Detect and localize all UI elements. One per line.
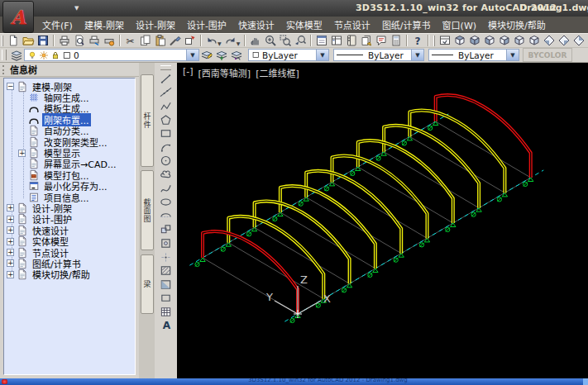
tree-toggle-plus-icon[interactable]: +	[7, 204, 14, 212]
properties-button[interactable]	[314, 34, 329, 47]
viewport-controls-label[interactable]: [-]	[183, 66, 194, 79]
tree-toggle-plus-icon[interactable]: +	[7, 249, 14, 256]
view-right-button[interactable]	[497, 34, 512, 47]
hatch-button[interactable]	[158, 264, 174, 278]
menu-item-9[interactable]: 模块切换/帮助	[482, 16, 552, 34]
insert-block-button[interactable]	[158, 223, 174, 237]
quickcalc-button[interactable]	[389, 34, 404, 47]
menu-item-5[interactable]: 实体模型	[280, 16, 328, 34]
info-tree-title-bar[interactable]: 信息树	[0, 63, 139, 77]
pline-button[interactable]	[158, 99, 174, 113]
table-button[interactable]	[158, 305, 174, 319]
tree-item-14[interactable]: +实体模型	[7, 235, 135, 246]
taskbar-start-icon[interactable]	[2, 379, 7, 384]
designcenter-button[interactable]	[329, 34, 344, 47]
layer-combo[interactable]: 0▼	[24, 49, 199, 61]
plot-button[interactable]	[87, 34, 102, 47]
polygon-button[interactable]	[158, 113, 174, 127]
tree-toggle-plus-icon[interactable]: +	[7, 238, 14, 245]
spline-button[interactable]	[158, 182, 174, 196]
tree-toggle-plus-icon[interactable]: +	[7, 271, 14, 278]
print-preview-button[interactable]	[72, 34, 87, 47]
block-editor-button[interactable]	[183, 34, 198, 47]
quick-access-customize-arrow-icon[interactable]: ▼	[74, 5, 79, 12]
toolbar-grip[interactable]	[2, 36, 3, 46]
tree-item-13[interactable]: +快速设计	[7, 225, 135, 235]
publish-button[interactable]	[102, 34, 117, 47]
menu-item-2[interactable]: 设计-刚架	[130, 16, 181, 34]
lineweight-combo[interactable]: ByLayer▼	[428, 49, 519, 61]
menu-item-3[interactable]: 设计-围护	[181, 16, 232, 34]
color-combo-dropdown-icon[interactable]: ▼	[316, 50, 328, 60]
view-left-button[interactable]	[482, 34, 497, 47]
make-current-button[interactable]	[214, 49, 229, 62]
tree-item-label[interactable]: 模块切换/帮助	[31, 268, 92, 281]
menu-item-4[interactable]: 快速设计	[232, 16, 280, 34]
menu-item-1[interactable]: 建模-刚架	[79, 16, 130, 34]
iso-sw-button[interactable]	[542, 34, 557, 47]
windows-taskbar[interactable]: 3D3S12.1.10_win32 for AutoCAD 2012 - Dra…	[0, 378, 588, 385]
paste-button[interactable]	[153, 34, 168, 47]
tree-item-17[interactable]: +模块切换/帮助	[7, 269, 135, 280]
tree-toggle-plus-icon[interactable]: +	[7, 259, 14, 267]
linetype-combo-dropdown-icon[interactable]: ▼	[411, 50, 423, 60]
menu-item-0[interactable]: 文件(F)	[36, 16, 79, 34]
layer-manager-button[interactable]	[9, 49, 24, 62]
viewport-style-label[interactable]: [二维线框]	[256, 66, 299, 79]
linetype-combo[interactable]: ByLayer▼	[333, 49, 424, 61]
zoom-window-button[interactable]	[278, 34, 293, 47]
view-bottom-button[interactable]	[467, 34, 482, 47]
iso-ne-button[interactable]	[571, 34, 586, 47]
arc-button[interactable]	[158, 140, 174, 154]
pan-button[interactable]	[248, 34, 263, 47]
tool-palettes-button[interactable]	[344, 34, 359, 47]
iso-se-button[interactable]	[557, 34, 571, 47]
open-button[interactable]	[21, 34, 36, 47]
print-button[interactable]	[57, 34, 72, 47]
layer-states-button[interactable]	[199, 49, 214, 62]
color-combo[interactable]: ByLayer▼	[248, 49, 329, 61]
zoom-realtime-button[interactable]	[263, 34, 278, 47]
view-back-button[interactable]	[527, 34, 542, 47]
save-button[interactable]	[36, 34, 50, 47]
application-menu-button[interactable]: A	[2, 1, 34, 33]
zoom-previous-button[interactable]	[293, 34, 308, 47]
tree-toggle-plus-icon[interactable]: +	[7, 226, 14, 234]
gradient-button[interactable]	[158, 278, 174, 292]
tree-toggle-plus-icon[interactable]: +	[7, 216, 14, 223]
side-tab-1[interactable]: 截面图	[141, 170, 154, 250]
view-top-button[interactable]	[452, 34, 467, 47]
toolbar-grip[interactable]	[2, 50, 7, 60]
layer-previous-button[interactable]	[229, 49, 244, 62]
region-button[interactable]	[158, 292, 174, 306]
named-views-button[interactable]	[437, 34, 452, 47]
undo-dropdown-arrow-icon[interactable]: ▼	[218, 40, 222, 46]
tree-item-12[interactable]: +设计-围护	[7, 214, 135, 225]
side-tab-0[interactable]: 杆件	[141, 74, 154, 167]
toolbar-grip[interactable]	[433, 36, 435, 46]
view-front-button[interactable]	[512, 34, 527, 47]
revcloud-button[interactable]	[158, 168, 174, 182]
side-tab-2[interactable]: 梁	[141, 254, 154, 314]
circle-button[interactable]	[158, 154, 174, 169]
lineweight-combo-dropdown-icon[interactable]: ▼	[506, 50, 519, 60]
make-block-button[interactable]	[158, 236, 174, 250]
tree-toggle-minus-icon[interactable]: −	[7, 83, 14, 90]
menu-item-7[interactable]: 图纸/计算书	[376, 16, 437, 34]
line-button[interactable]	[158, 72, 174, 86]
match-properties-button[interactable]	[168, 34, 183, 47]
markup-button[interactable]	[374, 34, 389, 47]
point-button[interactable]	[158, 250, 174, 264]
copy-button[interactable]	[138, 34, 153, 47]
tree-toggle-plus-icon[interactable]: +	[18, 150, 26, 157]
redo-dropdown-arrow-icon[interactable]: ▼	[237, 40, 241, 46]
drawing-viewport[interactable]: [-] [西南等轴测] [二维线框] YZX	[177, 63, 588, 378]
viewport-view-label[interactable]: [西南等轴测]	[198, 66, 251, 79]
layer-combo-dropdown-icon[interactable]: ▼	[186, 50, 198, 60]
ellipse-button[interactable]	[158, 195, 174, 209]
rectangle-button[interactable]	[158, 126, 174, 140]
mtext-button[interactable]: A	[158, 319, 174, 333]
ellipse-arc-button[interactable]	[158, 209, 174, 223]
sheet-set-manager-button[interactable]	[359, 34, 374, 47]
cut-button[interactable]: ✂	[123, 34, 138, 47]
